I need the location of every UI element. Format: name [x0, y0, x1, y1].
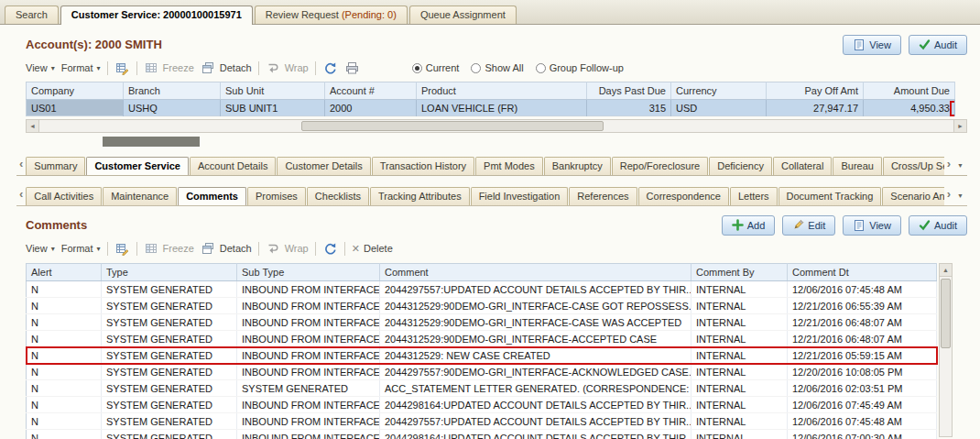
comment-row[interactable]: NSYSTEM GENERATEDINBOUND FROM INTERFACE2…	[27, 430, 937, 439]
tab-document-tracking[interactable]: Document Tracking	[779, 187, 882, 205]
wrap-button[interactable]: Wrap	[266, 241, 309, 257]
accounts-view-button[interactable]: View	[843, 35, 901, 55]
tab-account-details[interactable]: Account Details	[190, 157, 276, 175]
tab-scroll-right-icon[interactable]: ›	[944, 186, 953, 205]
cell-sub-unit: SUB UNIT1	[221, 100, 325, 116]
tab-summary[interactable]: Summary	[26, 157, 85, 175]
tab-references[interactable]: References	[569, 187, 637, 205]
column-header-comment-by[interactable]: Comment By	[691, 264, 788, 281]
column-header-branch[interactable]: Branch	[124, 82, 221, 100]
tab-collateral[interactable]: Collateral	[773, 157, 832, 175]
export-grid-icon[interactable]	[114, 241, 130, 257]
tab-deficiency[interactable]: Deficiency	[709, 157, 772, 175]
comment-row[interactable]: NSYSTEM GENERATEDINBOUND FROM INTERFACE2…	[27, 364, 937, 380]
accounts-grid-wrap: Company Branch Sub Unit Account # Produc…	[26, 82, 954, 116]
tab-comments[interactable]: Comments	[178, 187, 246, 205]
column-header-company[interactable]: Company	[27, 82, 124, 100]
tab-pmt-modes[interactable]: Pmt Modes	[475, 157, 543, 175]
wrap-label: Wrap	[285, 243, 309, 254]
tab-promises[interactable]: Promises	[247, 187, 306, 205]
column-header-days-past-due[interactable]: Days Past Due	[587, 82, 671, 100]
tab-field-investigation[interactable]: Field Investigation	[471, 187, 569, 205]
comment-row[interactable]: NSYSTEM GENERATEDINBOUND FROM INTERFACE2…	[27, 347, 937, 364]
tab-bureau[interactable]: Bureau	[833, 157, 881, 175]
tab-checklists[interactable]: Checklists	[307, 187, 369, 205]
tab-customer-details[interactable]: Customer Details	[277, 157, 370, 175]
tab-call-activities[interactable]: Call Activities	[26, 187, 102, 205]
comment-row[interactable]: NSYSTEM GENERATEDINBOUND FROM INTERFACE2…	[27, 331, 937, 347]
column-header-alert[interactable]: Alert	[27, 264, 102, 281]
comment-cell: INTERNAL	[691, 314, 788, 331]
tab-bankruptcy[interactable]: Bankruptcy	[544, 157, 611, 175]
comments-format-menu[interactable]: Format ▾	[61, 243, 101, 254]
comment-row[interactable]: NSYSTEM GENERATEDINBOUND FROM INTERFACE2…	[27, 281, 937, 298]
accounts-view-menu[interactable]: View ▾	[26, 62, 55, 73]
tab-overflow-menu-icon[interactable]: ▼	[953, 162, 967, 175]
comments-add-button[interactable]: Add	[722, 215, 776, 236]
wrap-button[interactable]: Wrap	[266, 60, 309, 76]
tab-letters[interactable]: Letters	[730, 187, 778, 205]
accounts-audit-button[interactable]: Audit	[909, 35, 967, 55]
comments-audit-button[interactable]: Audit	[909, 215, 967, 236]
radio-group-follow-up[interactable]: Group Follow-up	[536, 62, 624, 73]
comment-row[interactable]: NSYSTEM GENERATEDSYSTEM GENERATEDACC_STA…	[27, 380, 937, 397]
freeze-button[interactable]: Freeze	[144, 60, 194, 76]
tab-maintenance[interactable]: Maintenance	[103, 187, 177, 205]
export-grid-icon[interactable]	[114, 60, 130, 76]
column-header-currency[interactable]: Currency	[671, 82, 767, 100]
column-header-comment[interactable]: Comment	[380, 264, 691, 281]
tab-cross-up-sell-ac[interactable]: Cross/Up Sell Ac	[883, 157, 944, 175]
tab-transaction-history[interactable]: Transaction History	[372, 157, 474, 175]
column-header-account[interactable]: Account #	[325, 82, 417, 100]
tab-correspondence[interactable]: Correspondence	[638, 187, 729, 205]
column-header-sub-type[interactable]: Sub Type	[237, 264, 380, 281]
comment-row[interactable]: NSYSTEM GENERATEDINBOUND FROM INTERFACE2…	[27, 298, 937, 314]
comments-edit-button[interactable]: Edit	[782, 215, 835, 236]
freeze-button[interactable]: Freeze	[144, 241, 194, 257]
column-header-product[interactable]: Product	[417, 82, 587, 100]
detach-button[interactable]: Detach	[201, 241, 252, 257]
tab-scroll-right-icon[interactable]: ›	[944, 156, 953, 175]
tab-scroll-left-icon[interactable]: ‹	[16, 186, 26, 205]
column-header-amount-due[interactable]: Amount Due	[864, 82, 955, 100]
comment-row[interactable]: NSYSTEM GENERATEDINBOUND FROM INTERFACE2…	[27, 397, 937, 413]
horizontal-scroll-thumb[interactable]	[301, 121, 604, 131]
comments-view-menu[interactable]: View ▾	[26, 243, 55, 254]
vertical-scroll-thumb[interactable]	[941, 279, 951, 348]
top-tab-search[interactable]: Search	[5, 5, 59, 24]
comments-view-button[interactable]: View	[843, 215, 901, 236]
comment-row[interactable]: NSYSTEM GENERATEDINBOUND FROM INTERFACE2…	[27, 314, 937, 331]
delete-button[interactable]: ✕ Delete	[352, 243, 393, 255]
print-icon[interactable]	[344, 60, 360, 76]
tab-customer-service[interactable]: Customer Service	[86, 157, 189, 175]
scroll-right-arrow-icon[interactable]: ►	[953, 120, 966, 132]
tab-scroll-left-icon[interactable]: ‹	[16, 156, 26, 175]
top-tab-queue-assignment[interactable]: Queue Assignment	[409, 5, 517, 24]
tab-repo-foreclosure[interactable]: Repo/Foreclosure	[612, 157, 708, 175]
column-header-type[interactable]: Type	[102, 264, 237, 281]
column-header-comment-dt[interactable]: Comment Dt	[788, 264, 937, 281]
scroll-up-arrow-icon[interactable]: ▲	[940, 264, 952, 277]
tab-overflow-menu-icon[interactable]: ▼	[953, 192, 967, 205]
scroll-left-arrow-icon[interactable]: ◄	[27, 120, 39, 132]
radio-current[interactable]: Current	[412, 62, 460, 73]
refresh-icon[interactable]	[322, 60, 338, 76]
comment-row[interactable]: NSYSTEM GENERATEDINBOUND FROM INTERFACE2…	[27, 413, 937, 430]
radio-show-all[interactable]: Show All	[471, 62, 523, 73]
account-row-selected[interactable]: US01 USHQ SUB UNIT1 2000 LOAN VEHICLE (F…	[27, 100, 955, 116]
column-header-pay-off-amt[interactable]: Pay Off Amt	[767, 82, 864, 100]
top-tab-customer-service[interactable]: Customer Service: 20000100015971	[60, 5, 253, 25]
accounts-audit-button-label: Audit	[934, 39, 957, 50]
accounts-format-menu[interactable]: Format ▾	[61, 62, 101, 73]
detach-button[interactable]: Detach	[201, 60, 252, 76]
accounts-view-menu-label: View	[26, 62, 48, 73]
splitter-handle[interactable]	[103, 137, 200, 147]
comment-cell: 12/06/2016 07:45:48 AM	[788, 281, 937, 298]
column-header-sub-unit[interactable]: Sub Unit	[221, 82, 325, 100]
tab-scenario-an[interactable]: Scenario An	[882, 187, 943, 205]
top-tab-review-request[interactable]: Review Request (Pending: 0)	[255, 5, 408, 24]
refresh-icon[interactable]	[322, 241, 338, 257]
tab-tracking-attributes[interactable]: Tracking Attributes	[370, 187, 470, 205]
vertical-scrollbar[interactable]: ▲	[939, 263, 953, 437]
horizontal-scrollbar[interactable]: ◄ ►	[26, 119, 967, 133]
